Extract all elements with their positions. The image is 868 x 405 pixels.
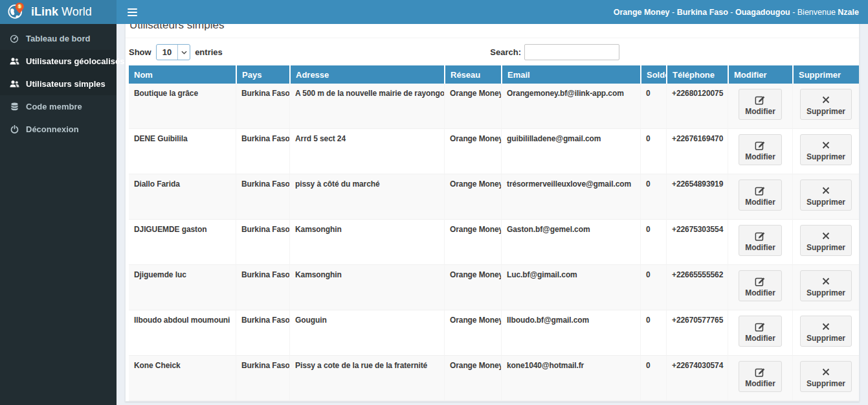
cell-email: Ilboudo.bf@gmail.com [501,310,640,356]
table-row: DENE GuibililaBurkina FasoArrd 5 sect 24… [129,129,859,174]
table-header-row: NomPaysAdresseRéseauEmailSoldeTéléphoneM… [129,65,859,84]
column-header-telephone[interactable]: Téléphone [666,65,728,84]
brand-logo[interactable]: $ iLink World [0,0,117,24]
column-header-supprimer[interactable]: Supprimer [792,65,859,84]
cell-solde: 0 [640,220,666,265]
modifier-button[interactable]: Modifier [739,361,782,392]
brand-title: iLink World [31,5,92,19]
search-input[interactable] [524,44,619,60]
users-icon [9,80,19,88]
cell-modifier: Modifier [728,84,792,129]
username: Nzale [838,8,859,17]
column-header-nom[interactable]: Nom [129,65,236,84]
cell-pays: Burkina Faso [236,84,289,129]
entries-label: entries [195,47,223,57]
column-header-modifier[interactable]: Modifier [728,65,792,84]
cell-nom: Kone Cheick [129,356,236,401]
sidebar-item-utilisateurs-geolocalises[interactable]: Utilisateurs géolocalisés [0,50,117,73]
cell-telephone: +22674030574 [666,356,728,401]
cell-nom: DENE Guibilila [129,129,236,174]
supprimer-button[interactable]: Supprimer [800,361,852,392]
table-row: Kone CheickBurkina FasoPissy a cote de l… [129,356,859,401]
x-icon [822,321,830,332]
column-header-email[interactable]: Email [501,65,640,84]
table-row: Boutique la grâceBurkina FasoA 500 m de … [129,84,859,129]
supprimer-button[interactable]: Supprimer [800,134,852,165]
cell-modifier: Modifier [728,356,792,401]
cell-adresse: Gouguin [289,310,444,356]
column-header-pays[interactable]: Pays [236,65,289,84]
cell-modifier: Modifier [728,310,792,356]
sidebar-item-label: Code membre [26,102,82,111]
cell-supprimer: Supprimer [792,356,859,401]
x-icon [822,275,830,286]
modifier-button-label: Modifier [745,334,775,343]
cell-modifier: Modifier [728,265,792,310]
cell-email: Gaston.bf@gemel.com [501,220,640,265]
cell-email: kone1040@hotmail.fr [501,356,640,401]
city-name: Ouagadougou [735,8,790,17]
cell-solde: 0 [640,356,666,401]
cell-supprimer: Supprimer [792,265,859,310]
cell-solde: 0 [640,310,666,356]
sidebar-item-code-membre[interactable]: Code membre [0,95,117,118]
user-info: Orange Money - Burkina Faso - Ouagadougo… [614,8,859,17]
cell-pays: Burkina Faso [236,310,289,356]
edit-icon [755,366,765,377]
svg-text:$: $ [18,4,21,9]
modifier-button[interactable]: Modifier [739,270,782,301]
supprimer-button[interactable]: Supprimer [800,316,852,347]
column-header-adresse[interactable]: Adresse [289,65,444,84]
modifier-button[interactable]: Modifier [739,179,782,211]
sidebar-toggle-button[interactable] [126,5,139,19]
cell-adresse: Pissy a cote de la rue de la fraternité [289,356,444,401]
table-row: Djiguemde lucBurkina FasoKamsonghinOrang… [129,265,859,310]
page-length-control: Show 10 entries [129,44,223,60]
country-name: Burkina Faso [677,8,728,17]
modifier-button-label: Modifier [745,379,775,388]
supprimer-button[interactable]: Supprimer [800,225,852,256]
users-box: Utilisateurs simples Show 10 entries Sea… [125,12,860,402]
table-row: Diallo FaridaBurkina Fasopissy à côté du… [129,174,859,220]
table-row: Ilboudo abdoul moumouniBurkina FasoGougu… [129,310,859,356]
supprimer-button[interactable]: Supprimer [800,89,852,120]
cell-telephone: +22654893919 [666,174,728,220]
cell-email: Orangemoney.bf@ilink-app.com [501,84,640,129]
column-header-solde[interactable]: Solde [640,65,666,84]
cell-nom: DJIGUEMDE gaston [129,220,236,265]
greeting: Bienvenue [797,8,836,17]
supprimer-button[interactable]: Supprimer [800,270,852,301]
cell-telephone: +22670577765 [666,310,728,356]
table-row: DJIGUEMDE gastonBurkina FasoKamsonghinOr… [129,220,859,265]
cell-reseau: Orange Money [444,310,501,356]
edit-icon [755,275,765,286]
supprimer-button-label: Supprimer [807,243,845,252]
supprimer-button-label: Supprimer [807,288,845,297]
cell-pays: Burkina Faso [236,265,289,310]
chevron-down-icon [177,45,190,60]
modifier-button[interactable]: Modifier [739,89,782,120]
modifier-button[interactable]: Modifier [739,225,782,256]
globe-pin-logo-icon: $ [7,2,25,23]
modifier-button-label: Modifier [745,243,775,252]
table-controls: Show 10 entries Search: [126,38,859,65]
sidebar-item-tableau-de-bord[interactable]: Tableau de bord [0,27,117,50]
modifier-button[interactable]: Modifier [739,134,782,165]
search-control: Search: [490,44,619,60]
main-content: Utilisateurs simples Show 10 entries Sea… [117,0,868,402]
cell-nom: Boutique la grâce [129,84,236,129]
page-size-select[interactable]: 10 [156,44,190,60]
users-table: NomPaysAdresseRéseauEmailSoldeTéléphoneM… [129,65,859,401]
database-icon [9,102,19,111]
sidebar-item-utilisateurs-simples[interactable]: Utilisateurs simples [0,73,117,95]
modifier-button[interactable]: Modifier [739,316,782,347]
supprimer-button[interactable]: Supprimer [800,179,852,211]
cell-reseau: Orange Money [444,174,501,220]
sidebar-item-deconnexion[interactable]: Déconnexion [0,118,117,141]
cell-reseau: Orange Money [444,129,501,174]
edit-icon [755,321,765,332]
cell-telephone: +22665555562 [666,265,728,310]
x-icon [822,139,830,150]
column-header-reseau[interactable]: Réseau [444,65,501,84]
sidebar-menu: Tableau de bordUtilisateurs géolocalisés… [0,24,117,141]
